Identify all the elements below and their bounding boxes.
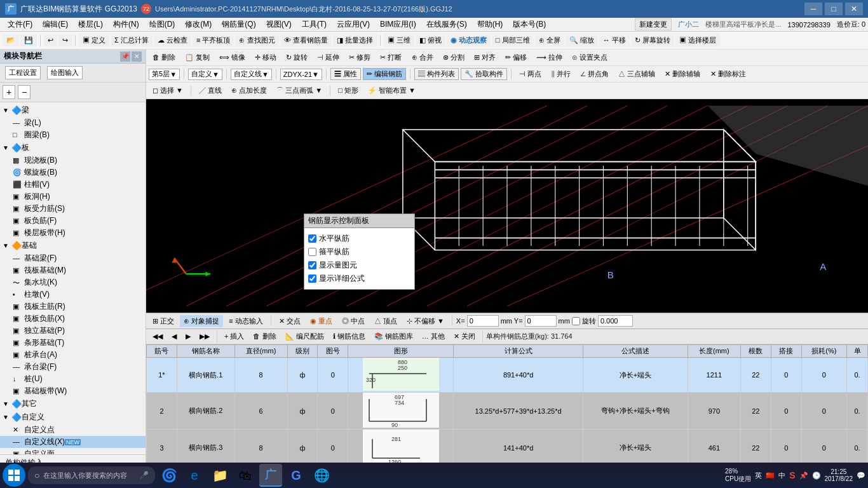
nav-item-beam-l[interactable]: — 梁(L) [0, 117, 146, 129]
comp-list-btn[interactable]: ▤ 构件列表 [414, 68, 459, 80]
menu-edit[interactable]: 编辑(E) [37, 18, 73, 31]
new-change-btn[interactable]: 新建变更 [635, 18, 672, 30]
cad-trim-btn[interactable]: ✂ 修剪 [345, 51, 374, 64]
nav-item-beam-b[interactable]: □ 圈梁(B) [0, 129, 146, 141]
start-button[interactable] [3, 464, 25, 487]
custom-def-select[interactable]: 自定义 ▼ [188, 69, 222, 80]
nav-item-floor-slab-h[interactable]: ▣ 楼层板带(H) [0, 227, 146, 239]
taskbar-app-google[interactable]: G [285, 464, 308, 487]
dyn-input-btn[interactable]: ≡ 动态输入 [225, 315, 266, 327]
y-input[interactable] [525, 315, 557, 327]
cell-shape-no[interactable]: 0 [318, 358, 348, 393]
line-tool-btn[interactable]: ╱ 直线 [195, 85, 226, 97]
toppt-btn[interactable]: △ 顶点 [370, 315, 401, 327]
check-stirrup-rebar[interactable]: 箍平纵筋 [308, 245, 410, 259]
toolbar-calc[interactable]: Σ 汇总计算 [111, 34, 153, 47]
view-3d[interactable]: B A [146, 99, 868, 313]
toolbar-define[interactable]: ▣ 定义 [79, 34, 109, 47]
nav-item-raft-m[interactable]: ▣ 筏板基础(M) [0, 264, 146, 276]
cell-rebar-name[interactable]: 横向钢筋.2 [177, 393, 234, 430]
cell-count[interactable]: 22 [740, 430, 771, 466]
toolbar-3d[interactable]: ▣ 三维 [384, 34, 414, 47]
toolbar-local-3d[interactable]: □ 局部三维 [492, 34, 534, 47]
cell-unit[interactable]: 0. [847, 393, 868, 430]
cad-move-btn[interactable]: ✛ 移动 [251, 51, 280, 64]
toolbar-fullscreen[interactable]: ⊕ 全屏 [535, 34, 564, 47]
del-aux-btn[interactable]: ✕ 删除辅轴 [661, 68, 704, 80]
nav-item-slab-neg-f[interactable]: ▣ 板负筋(F) [0, 215, 146, 227]
menu-file[interactable]: 文件(F) [3, 18, 37, 31]
cad-copy-btn[interactable]: 📋 复制 [181, 51, 214, 64]
delete-row-btn[interactable]: 🗑 删除 [249, 330, 280, 342]
menu-bim[interactable]: BIM应用(I) [375, 18, 421, 31]
cell-formula[interactable]: 13.25*d+577+39*d+13.25*d [454, 393, 583, 430]
rotate-input[interactable] [598, 315, 633, 327]
rect-tool-btn[interactable]: □ 矩形 [334, 85, 362, 97]
nav-cat-custom[interactable]: ▼ 🔷 自定义 [0, 410, 146, 424]
cad-merge-btn[interactable]: ⊕ 合并 [408, 51, 437, 64]
nav-item-pile-u[interactable]: ↓ 桩(U) [0, 373, 146, 385]
toolbar-redo[interactable]: ↪ [58, 34, 72, 46]
nav-cat-slab[interactable]: ▼ 🔷 板 [0, 141, 146, 154]
cad-align-btn[interactable]: ⊞ 对齐 [470, 51, 499, 64]
cell-formula-desc[interactable]: 弯钩+净长+端头+弯钩 [583, 393, 688, 430]
check-horizontal-rebar[interactable]: 水平纵筋 [308, 232, 410, 245]
cell-rebar-name[interactable]: 横向钢筋.3 [177, 430, 234, 466]
select-tool-btn[interactable]: ◻ 选择 ▼ [149, 85, 187, 97]
cell-diameter[interactable]: 6 [234, 393, 287, 430]
data-table-wrap[interactable]: 筋号 钢筋名称 直径(mm) 级别 图号 图形 计算公式 公式描述 长度(mm)… [146, 344, 868, 466]
taskbar-app-cortana[interactable]: 🌀 [158, 464, 180, 487]
menu-cloud[interactable]: 云应用(V) [332, 18, 375, 31]
toolbar-batch-select[interactable]: ◨ 批量选择 [333, 34, 377, 47]
cell-num[interactable]: 2 [147, 393, 177, 430]
minus-btn[interactable]: − [18, 85, 31, 99]
parallel-btn[interactable]: ∥ 并行 [547, 68, 574, 80]
cell-num[interactable]: 3 [147, 430, 177, 466]
nav-item-spiral-b[interactable]: 🌀 螺旋板(B) [0, 166, 146, 179]
toolbar-undo[interactable]: ↩ [44, 34, 57, 46]
toolbar-open[interactable]: 📂 [3, 34, 19, 46]
cell-diameter[interactable]: 8 [234, 430, 287, 466]
cad-rotate-btn[interactable]: ↻ 旋转 [282, 51, 311, 64]
nav-item-strip-found-t[interactable]: ▣ 条形基础(T) [0, 337, 146, 349]
nooffset-btn[interactable]: ⊹ 不偏移 ▼ [403, 315, 448, 327]
three-point-aux-btn[interactable]: △ 三点辅轴 [614, 68, 659, 80]
cell-formula[interactable]: 891+40*d [454, 358, 583, 393]
nav-next-btn[interactable]: ▶ [182, 331, 194, 342]
cell-count[interactable]: 22 [740, 358, 771, 393]
cell-rebar-name[interactable]: 横向钢筋.1 [177, 358, 234, 393]
smart-place-btn[interactable]: ⚡ 智能布置 ▼ [364, 85, 419, 97]
nav-item-found-slab-w[interactable]: ▣ 基础板带(W) [0, 385, 146, 397]
three-arc-btn[interactable]: ⌒ 三点画弧 ▼ [273, 85, 326, 97]
floor-select[interactable]: 第5层 ▼ [149, 69, 180, 80]
intersect-btn[interactable]: ✕ 交点 [275, 315, 304, 327]
nav-cat-beam[interactable]: ▼ 🔷 梁 [0, 104, 146, 117]
cad-setpoint-btn[interactable]: ⊙ 设置夹点 [568, 51, 611, 64]
menu-component[interactable]: 构件(N) [108, 18, 144, 31]
cell-unit[interactable]: 0. [847, 358, 868, 393]
taskbar-app-ggj[interactable]: 广 [259, 464, 282, 487]
cell-formula-desc[interactable]: 净长+端头 [583, 430, 688, 466]
nav-item-column-cap-v[interactable]: ⬛ 柱帽(V) [0, 179, 146, 191]
nav-cat-other[interactable]: ▼ 🔷 其它 [0, 397, 146, 410]
toolbar-select-floor[interactable]: ▣ 选择楼层 [675, 34, 720, 47]
sidebar-close-btn[interactable]: ✕ [132, 51, 142, 62]
cad-delete-btn[interactable]: 🗑 删除 [149, 51, 179, 64]
sidebar-pin-btn[interactable]: 📌 [120, 51, 130, 62]
ime-zh[interactable]: 中 [778, 471, 785, 480]
snap-btn[interactable]: ⊕ 对象捕捉 [180, 315, 223, 327]
menu-version[interactable]: 版本号(B) [508, 18, 551, 31]
nav-first-btn[interactable]: ◀◀ [149, 331, 166, 342]
cell-num[interactable]: 1* [147, 358, 177, 393]
drawing-input-btn[interactable]: 绘图输入 [47, 66, 83, 79]
other-btn[interactable]: … 其他 [418, 330, 449, 342]
toolbar-pan[interactable]: ↔ 平移 [599, 34, 630, 47]
two-points-btn[interactable]: ⊣ 两点 [515, 68, 545, 80]
cell-unit[interactable]: 0. [847, 430, 868, 466]
menu-view[interactable]: 视图(V) [261, 18, 297, 31]
edit-rebar-btn[interactable]: ✏ 编辑钢筋 [363, 68, 406, 80]
cell-count[interactable]: 22 [740, 393, 771, 430]
maximize-button[interactable]: □ [825, 3, 843, 15]
nav-item-custom-face[interactable]: ▣ 自定义面 [0, 448, 146, 454]
point-angle-btn[interactable]: ∠ 拼点角 [576, 68, 613, 80]
